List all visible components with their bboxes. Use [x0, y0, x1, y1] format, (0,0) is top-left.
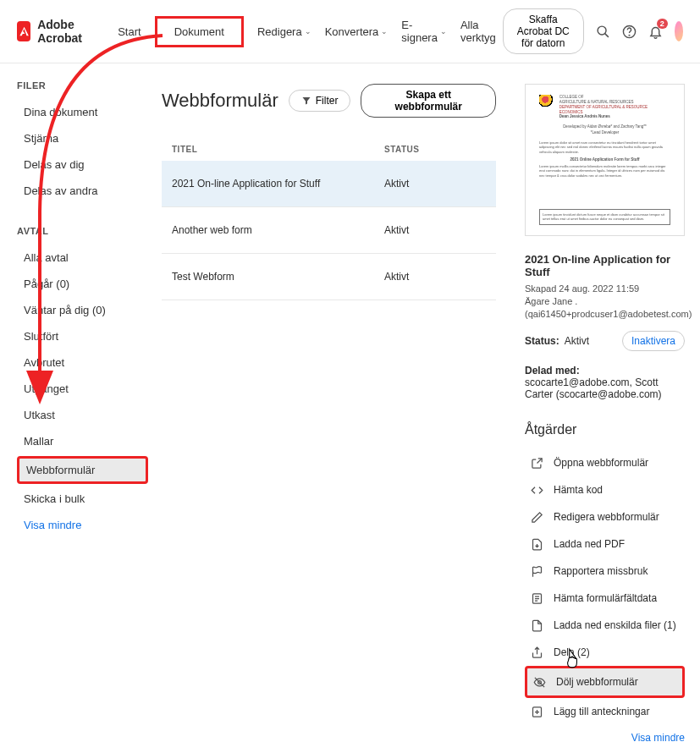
- action-share[interactable]: Dela (2): [525, 639, 685, 666]
- notification-badge: 2: [657, 19, 668, 29]
- create-webform-button[interactable]: Skapa ett webbformulär: [361, 84, 496, 118]
- chevron-down-icon: ⌄: [381, 27, 388, 36]
- note-icon: [530, 705, 543, 718]
- action-open-webform[interactable]: Öppna webbformulär: [525, 449, 685, 476]
- pencil-icon: [530, 510, 543, 524]
- nav-redigera[interactable]: Redigera⌄: [257, 25, 311, 38]
- th-title: TITEL: [172, 145, 384, 154]
- sidebar: FILER Dina dokument Stjärna Delas av dig…: [0, 63, 148, 753]
- svg-point-3: [629, 35, 630, 36]
- sidebar-show-less[interactable]: Visa mindre: [17, 519, 148, 531]
- detail-owner-email: (qai61450+prodcuser1@adobetest.com): [525, 309, 685, 319]
- nav-dokument[interactable]: Dokument: [155, 16, 244, 47]
- download-pdf-icon: [530, 537, 543, 551]
- file-icon: [530, 618, 543, 632]
- action-report-abuse[interactable]: Rapportera missbruk: [525, 558, 685, 585]
- action-get-code[interactable]: Hämta kod: [525, 476, 685, 503]
- row-status: Aktivt: [384, 271, 486, 283]
- table-row[interactable]: 2021 On-line Application for Stuff Aktiv…: [162, 161, 496, 207]
- flag-icon: [530, 564, 543, 578]
- brand-name: Adobe Acrobat: [37, 18, 94, 45]
- search-icon[interactable]: [596, 24, 610, 39]
- inactivate-button[interactable]: Inaktivera: [622, 331, 685, 351]
- notifications-icon[interactable]: 2: [648, 24, 663, 39]
- svg-point-0: [598, 26, 606, 35]
- action-download-files[interactable]: Ladda ned enskilda filer (1): [525, 612, 685, 639]
- content-area: Webbformulär Filter Skapa ett webbformul…: [148, 63, 510, 753]
- detail-status-value: Aktivt: [565, 335, 589, 347]
- sidebar-item-stjarna[interactable]: Stjärna: [17, 127, 148, 150]
- nav-alla-verktyg[interactable]: Alla verktyg: [460, 19, 496, 44]
- sidebar-item-slutfort[interactable]: Slutfört: [17, 325, 148, 348]
- code-icon: [530, 483, 543, 497]
- sidebar-item-skicka-i-bulk[interactable]: Skicka i bulk: [17, 487, 148, 510]
- nav-start[interactable]: Start: [118, 25, 141, 38]
- sidebar-item-delas-av-andra[interactable]: Delas av andra: [17, 179, 148, 202]
- share-icon: [530, 646, 543, 659]
- chevron-down-icon: ⌄: [305, 27, 311, 36]
- table-header: TITEL STATUS: [162, 138, 496, 161]
- row-title: Another web form: [172, 224, 384, 236]
- sidebar-item-utkast[interactable]: Utkast: [17, 404, 148, 426]
- detail-created: Skapad 24 aug. 2022 11:59: [525, 283, 685, 294]
- adobe-logo-icon: [17, 21, 30, 41]
- data-icon: [530, 591, 543, 605]
- chevron-down-icon: ⌄: [440, 27, 447, 36]
- sidebar-item-utganget[interactable]: Utgånget: [17, 377, 148, 400]
- action-hide-webform[interactable]: Dölj webbformulär: [525, 666, 685, 698]
- nav-konvertera[interactable]: Konvertera⌄: [325, 25, 389, 38]
- nav-esignera[interactable]: E-signera⌄: [401, 19, 447, 44]
- table-row[interactable]: Test Webform Aktivt: [162, 254, 496, 300]
- external-link-icon: [530, 456, 543, 470]
- th-status: STATUS: [384, 145, 486, 154]
- action-download-pdf[interactable]: Ladda ned PDF: [525, 530, 685, 558]
- actions-title: Åtgärder: [525, 422, 685, 437]
- sidebar-item-avbrutet[interactable]: Avbrutet: [17, 351, 148, 374]
- sidebar-item-delas-av-dig[interactable]: Delas av dig: [17, 153, 148, 176]
- sidebar-section-avtal: AVTAL: [17, 226, 148, 236]
- detail-shared: Delad med: scocarte1@adobe.com, Scott Ca…: [525, 365, 685, 400]
- sidebar-item-dina-dokument[interactable]: Dina dokument: [17, 101, 148, 124]
- get-desktop-button[interactable]: Skaffa Acrobat DC för datorn: [503, 8, 584, 54]
- detail-owner: Ägare Jane .: [525, 296, 685, 306]
- action-edit-webform[interactable]: Redigera webbformulär: [525, 503, 685, 530]
- help-icon[interactable]: [622, 24, 637, 39]
- sidebar-section-filer: FILER: [17, 80, 148, 91]
- svg-line-1: [604, 33, 608, 36]
- details-panel: COLLEGE OFAGRICULTURE & NATURAL RESOURCE…: [510, 63, 700, 753]
- hide-icon: [532, 675, 546, 689]
- row-status: Aktivt: [384, 224, 486, 236]
- avatar[interactable]: [675, 21, 683, 41]
- details-show-less[interactable]: Visa mindre: [525, 732, 685, 744]
- row-title: Test Webform: [172, 271, 384, 283]
- table-row[interactable]: Another web form Aktivt: [162, 207, 496, 254]
- action-get-field-data[interactable]: Hämta formulärfältdata: [525, 585, 685, 612]
- sidebar-item-pagar[interactable]: Pågår (0): [17, 272, 148, 295]
- header: Adobe Acrobat Start Dokument Redigera⌄ K…: [0, 0, 700, 63]
- sidebar-item-mallar[interactable]: Mallar: [17, 430, 148, 453]
- sidebar-item-alla-avtal[interactable]: Alla avtal: [17, 246, 148, 269]
- action-add-notes[interactable]: Lägg till anteckningar: [525, 698, 685, 725]
- sidebar-item-webbformular[interactable]: Webbformulär: [17, 456, 148, 484]
- row-status: Aktivt: [384, 178, 486, 190]
- page-title: Webbformulär: [162, 90, 278, 112]
- detail-status-label: Status:: [525, 335, 559, 347]
- document-thumbnail[interactable]: COLLEGE OFAGRICULTURE & NATURAL RESOURCE…: [525, 84, 685, 236]
- sidebar-item-vantar[interactable]: Väntar på dig (0): [17, 299, 148, 322]
- filter-icon: [301, 96, 311, 106]
- row-title: 2021 On-line Application for Stuff: [172, 178, 384, 190]
- detail-title: 2021 On-line Application for Stuff: [525, 253, 685, 278]
- filter-button[interactable]: Filter: [289, 90, 351, 112]
